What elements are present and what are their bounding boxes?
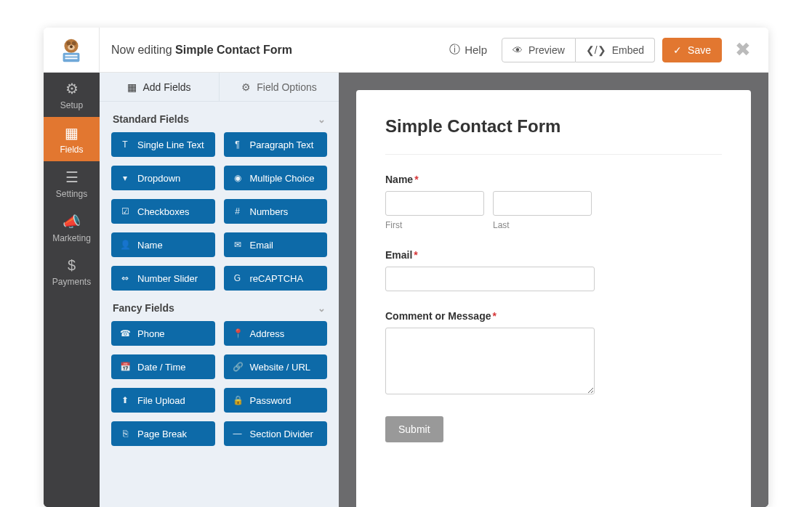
paragraph-text-icon: ¶ [233, 139, 243, 150]
group-standard-title: Standard Fields [113, 113, 189, 125]
field-email[interactable]: ✉Email [224, 232, 328, 257]
fields-panel: ▦ Add Fields ⚙ Field Options Standard Fi… [100, 73, 339, 507]
field-date-time[interactable]: 📅Date / Time [111, 354, 215, 379]
email-icon: ✉ [233, 240, 243, 250]
submit-button[interactable]: Submit [385, 416, 443, 442]
rail-setup[interactable]: ⚙ Setup [44, 73, 100, 117]
field-password[interactable]: 🔒Password [224, 388, 328, 413]
embed-label: Embed [612, 44, 644, 56]
field-numbers[interactable]: #Numbers [224, 199, 328, 224]
field-paragraph-text[interactable]: ¶Paragraph Text [224, 132, 328, 157]
last-name-col: Last [493, 191, 592, 230]
tab-field-options[interactable]: ⚙ Field Options [220, 73, 339, 101]
group-fancy-title: Fancy Fields [113, 302, 174, 314]
help-link[interactable]: ⓘ Help [442, 38, 494, 61]
standard-fields-grid: TSingle Line Text¶Paragraph Text▾Dropdow… [111, 132, 327, 291]
field-email[interactable]: Email* [385, 249, 595, 291]
eye-icon: 👁 [512, 44, 523, 56]
field-dropdown[interactable]: ▾Dropdown [111, 166, 215, 190]
required-asterisk: * [414, 174, 418, 185]
preview-embed-group: 👁 Preview ❮/❯ Embed [502, 38, 655, 62]
numbers-icon: # [233, 206, 243, 216]
name-row: First Last [385, 191, 722, 230]
field-label: Dropdown [137, 173, 180, 184]
first-name-col: First [385, 191, 484, 230]
field-website-url[interactable]: 🔗Website / URL [224, 354, 328, 379]
field-section-divider[interactable]: —Section Divider [224, 421, 328, 446]
left-rail: ⚙ Setup ▦ Fields ☰ Settings 📣 Marketing … [44, 73, 100, 507]
field-label: Website / URL [250, 362, 311, 373]
field-checkboxes[interactable]: ☑Checkboxes [111, 199, 215, 224]
add-icon: ▦ [127, 81, 137, 93]
multiple-choice-icon: ◉ [233, 173, 243, 183]
svg-rect-5 [63, 52, 80, 61]
field-phone[interactable]: ☎Phone [111, 321, 215, 346]
required-asterisk: * [492, 310, 496, 322]
svg-point-1 [66, 41, 71, 45]
preview-button[interactable]: 👁 Preview [502, 38, 576, 62]
editing-title: Now editing Simple Contact Form [100, 44, 442, 57]
preview-label: Preview [528, 44, 565, 56]
field-label: Page Break [137, 429, 187, 439]
save-button[interactable]: ✓ Save [662, 38, 722, 62]
wpforms-logo-icon [57, 36, 85, 64]
last-name-input[interactable] [493, 191, 592, 216]
logo-container [44, 28, 100, 73]
file-upload-icon: ⬆ [120, 395, 130, 405]
field-label: reCAPTCHA [250, 273, 304, 284]
field-page-break[interactable]: ⎘Page Break [111, 421, 215, 446]
close-icon[interactable]: ✖ [729, 38, 757, 61]
field-multiple-choice[interactable]: ◉Multiple Choice [224, 166, 328, 190]
dropdown-icon: ▾ [120, 173, 130, 183]
header-bar: Now editing Simple Contact Form ⓘ Help 👁… [44, 28, 768, 73]
field-label: Section Divider [250, 429, 313, 439]
field-label: Phone [137, 328, 165, 339]
date-time-icon: 📅 [120, 362, 130, 372]
group-standard-header[interactable]: Standard Fields ⌄ [111, 102, 327, 132]
rail-fields[interactable]: ▦ Fields [44, 117, 100, 161]
first-name-input[interactable] [385, 191, 484, 216]
field-single-line-text[interactable]: TSingle Line Text [111, 132, 215, 157]
tab-field-options-label: Field Options [257, 81, 316, 93]
field-label: Numbers [250, 206, 289, 217]
field-label: Name [137, 240, 163, 251]
last-sublabel: Last [493, 220, 592, 230]
page-break-icon: ⎘ [120, 429, 130, 439]
field-name[interactable]: Name* First Last [385, 174, 722, 230]
address-icon: 📍 [233, 328, 243, 338]
rail-payments[interactable]: $ Payments [44, 250, 100, 294]
field-comment[interactable]: Comment or Message* [385, 310, 595, 397]
comment-label: Comment or Message* [385, 310, 595, 322]
rail-setup-label: Setup [60, 100, 83, 110]
rail-settings[interactable]: ☰ Settings [44, 161, 100, 206]
dollar-icon: $ [68, 257, 76, 274]
megaphone-icon: 📣 [63, 213, 81, 230]
field-file-upload[interactable]: ⬆File Upload [111, 388, 215, 413]
canvas-wrap: Simple Contact Form Name* First Last [339, 73, 768, 507]
name-icon: 👤 [120, 240, 130, 250]
save-label: Save [688, 44, 711, 56]
comment-textarea[interactable] [385, 328, 595, 394]
tab-add-fields[interactable]: ▦ Add Fields [100, 73, 220, 101]
field-label: Checkboxes [137, 206, 190, 217]
single-line-text-icon: T [120, 139, 130, 150]
email-input[interactable] [385, 267, 595, 291]
group-fancy-header[interactable]: Fancy Fields ⌄ [111, 291, 327, 321]
embed-button[interactable]: ❮/❯ Embed [576, 38, 655, 62]
field-number-slider[interactable]: ⇔Number Slider [111, 266, 215, 291]
field-label: File Upload [137, 395, 185, 406]
rail-fields-label: Fields [60, 145, 83, 155]
field-recaptcha[interactable]: GreCAPTCHA [224, 266, 328, 291]
svg-point-4 [70, 45, 73, 48]
field-name[interactable]: 👤Name [111, 232, 215, 257]
rail-marketing[interactable]: 📣 Marketing [44, 206, 100, 250]
required-asterisk: * [414, 249, 417, 261]
check-icon: ✓ [673, 44, 682, 56]
field-address[interactable]: 📍Address [224, 321, 328, 346]
help-icon: ⓘ [449, 43, 460, 57]
number-slider-icon: ⇔ [120, 273, 130, 283]
first-sublabel: First [385, 220, 484, 230]
rail-marketing-label: Marketing [52, 233, 91, 243]
editing-prefix: Now editing [111, 44, 172, 56]
website-url-icon: 🔗 [233, 362, 243, 372]
